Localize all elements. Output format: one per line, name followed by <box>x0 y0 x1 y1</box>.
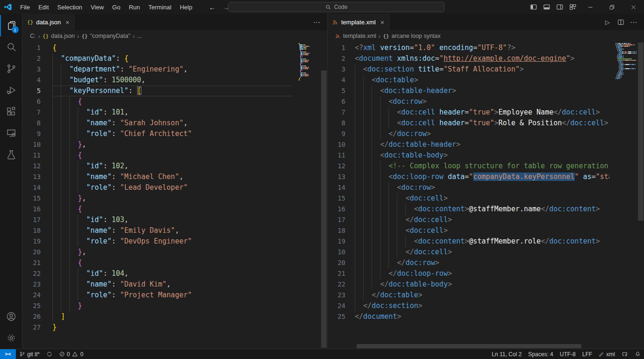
explorer-icon[interactable]: 1 <box>0 15 22 36</box>
code-line[interactable]: "department": "Engineering", <box>52 64 293 75</box>
horizontal-scrollbar[interactable] <box>355 344 637 349</box>
vertical-scrollbar[interactable] <box>637 42 644 349</box>
toggle-secondary-sidebar-icon[interactable] <box>553 0 566 14</box>
code-line[interactable]: </doc:table-header> <box>355 139 609 150</box>
code-line[interactable]: "keyPersonnel": [ <box>52 86 293 96</box>
code-line[interactable]: </doc:cell> <box>355 247 609 258</box>
restore-button[interactable] <box>601 0 622 14</box>
toggle-panel-icon[interactable] <box>540 0 553 14</box>
code-line[interactable]: </doc:table-body> <box>355 279 609 290</box>
code-line[interactable]: <doc:cell header="true">Role & Position<… <box>355 118 609 129</box>
run-debug-icon[interactable] <box>0 79 22 101</box>
code-line[interactable]: } <box>52 301 293 311</box>
cursor-position[interactable]: Ln 11, Col 2 <box>489 349 525 359</box>
code-line[interactable]: </doc:row> <box>355 258 609 268</box>
remote-indicator[interactable]: >< <box>0 349 16 359</box>
close-tab-icon[interactable]: × <box>66 19 69 26</box>
code-line[interactable]: "companyData": { <box>52 53 293 64</box>
menu-selection[interactable]: Selection <box>53 2 86 13</box>
code-line[interactable]: </doc:cell> <box>355 215 609 225</box>
close-window-button[interactable] <box>622 0 644 14</box>
menu-terminal[interactable]: Terminal <box>144 2 176 13</box>
breadcrumb-file[interactable]: template.xml <box>343 33 376 39</box>
code-line[interactable]: <doc:cell> <box>355 193 609 204</box>
close-tab-icon[interactable]: × <box>381 19 384 26</box>
code-line[interactable]: "budget": 1500000, <box>52 75 293 86</box>
git-branch-item[interactable]: git tl* <box>16 349 43 359</box>
code-line[interactable]: }, <box>52 247 293 258</box>
code-line[interactable]: <doc:cell> <box>355 225 609 236</box>
more-actions-icon[interactable]: ⋯ <box>628 17 639 28</box>
code-line[interactable]: "name": "Emily Davis", <box>52 225 293 236</box>
run-file-icon[interactable]: ▷ <box>602 17 613 28</box>
remote-explorer-icon[interactable] <box>0 122 22 144</box>
code-line[interactable]: "role": "DevOps Engineer" <box>52 236 293 247</box>
code-line[interactable]: <doc:cell header="true">Employee Name</d… <box>355 107 609 118</box>
code-line[interactable]: { <box>52 204 293 215</box>
code-line[interactable]: <doc:content>@staffMember.name</doc:cont… <box>355 204 609 215</box>
scrollbar-slider[interactable] <box>357 344 581 348</box>
code-line[interactable]: { <box>52 150 293 161</box>
code-line[interactable]: <doc:table-body> <box>355 150 609 161</box>
breadcrumb-file[interactable]: data.json <box>51 33 75 39</box>
eol-sequence[interactable]: LFF <box>579 349 595 359</box>
minimize-button[interactable] <box>579 0 601 14</box>
menu-file[interactable]: File <box>16 2 34 13</box>
command-center-search[interactable]: Code <box>228 2 445 12</box>
code-line[interactable]: <doc:table> <box>355 75 609 86</box>
code-line[interactable]: </doc:row> <box>355 129 609 139</box>
settings-gear-icon[interactable] <box>0 327 22 349</box>
minimap[interactable] <box>615 43 637 79</box>
menu-edit[interactable]: Edit <box>34 2 53 13</box>
code-line[interactable]: <doc:row> <box>355 96 609 107</box>
code-line[interactable]: <doc:table-header> <box>355 86 609 96</box>
accounts-icon[interactable] <box>0 306 22 327</box>
breadcrumb-drive[interactable]: C: <box>30 33 36 39</box>
search-sidebar-icon[interactable] <box>0 36 22 58</box>
extensions-icon[interactable] <box>0 101 22 122</box>
breadcrumb-more[interactable]: ... <box>137 33 142 39</box>
code-line[interactable]: </doc:table> <box>355 290 609 301</box>
menu-go[interactable]: Go <box>108 2 124 13</box>
code-line[interactable]: </document> <box>355 311 609 322</box>
source-control-icon[interactable] <box>0 58 22 79</box>
problems-item[interactable]: 0 0 <box>56 349 87 359</box>
menu-view[interactable]: View <box>87 2 108 13</box>
code-line[interactable]: "name": "Michael Chen", <box>52 172 293 182</box>
code-line[interactable]: "id": 101, <box>52 107 293 118</box>
code-line[interactable]: "role": "Project Manager" <box>52 290 293 301</box>
code-line[interactable]: <document xmlns:doc="http://example.com/… <box>355 53 609 64</box>
code-line[interactable]: <doc:row> <box>355 182 609 193</box>
screencast-item[interactable] <box>618 349 631 359</box>
code-line[interactable]: "id": 103, <box>52 215 293 225</box>
scrollbar-slider[interactable] <box>321 71 327 348</box>
toggle-sidebar-icon[interactable] <box>527 0 540 14</box>
editor-data-json[interactable]: 1{2 "companyData": {3 "department": "Eng… <box>22 42 327 349</box>
code-line[interactable]: <?xml version="1.0" encoding="UTF-8"?> <box>355 43 609 53</box>
code-line[interactable]: "role": "Chief Architect" <box>52 129 293 139</box>
code-line[interactable]: <doc:content>@staffMember.role</doc:cont… <box>355 236 609 247</box>
code-line[interactable]: <doc:section title="Staff Allocation"> <box>355 64 609 75</box>
minimap[interactable] <box>299 43 320 81</box>
code-line[interactable]: "name": "David Kim", <box>52 279 293 290</box>
code-line[interactable]: } <box>52 322 293 333</box>
encoding[interactable]: UTF-8 <box>556 349 579 359</box>
sync-item[interactable] <box>43 349 56 359</box>
code-line[interactable]: }, <box>52 139 293 150</box>
breadcrumb-symbol[interactable]: arcane loop syntax <box>391 33 440 39</box>
code-line[interactable]: { <box>52 43 293 53</box>
notifications-item[interactable] <box>631 349 644 359</box>
code-line[interactable]: { <box>52 258 293 268</box>
split-editor-icon[interactable] <box>615 17 626 28</box>
menu-help[interactable]: Help <box>176 2 197 13</box>
testing-icon[interactable] <box>0 144 22 165</box>
vertical-scrollbar[interactable] <box>321 42 327 349</box>
language-mode[interactable]: xml <box>595 349 618 359</box>
tab-template-xml[interactable]: template.xml × <box>328 14 389 30</box>
code-line[interactable]: { <box>52 96 293 107</box>
code-line[interactable]: }, <box>52 193 293 204</box>
breadcrumb-symbol[interactable]: "companyData" <box>90 33 130 39</box>
indentation[interactable]: Spaces: 4 <box>525 349 556 359</box>
more-actions-icon[interactable]: ⋯ <box>311 17 322 28</box>
code-line[interactable]: "name": "Sarah Johnson", <box>52 118 293 129</box>
